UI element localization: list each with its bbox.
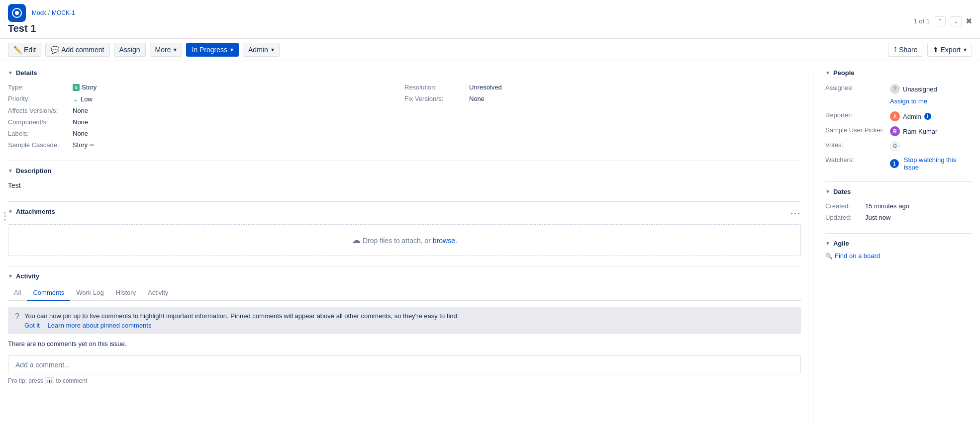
watchers-row: Watchers: 1 Stop watching this issue — [825, 154, 972, 173]
browse-link[interactable]: browse. — [433, 237, 457, 245]
details-section-header[interactable]: ▼ Details — [8, 69, 801, 77]
tab-comments[interactable]: Comments — [27, 285, 70, 301]
reporter-label: Reporter: — [825, 111, 890, 119]
description-section-header[interactable]: ▼ Description — [8, 167, 801, 174]
assign-me-link[interactable]: Assign to me — [890, 97, 972, 105]
in-progress-chevron-icon: ▾ — [230, 46, 233, 53]
priority-icon: ⌄ — [73, 95, 79, 103]
dates-section-header[interactable]: ▼ Dates — [825, 188, 972, 195]
activity-section-label: Activity — [16, 272, 39, 280]
description-chevron-icon: ▼ — [8, 168, 13, 173]
unassigned-icon: ? — [890, 84, 900, 94]
find-board-link[interactable]: 🔍 Find on a board — [825, 252, 972, 259]
priority-row: Priority: ⌄ Low — [8, 93, 404, 105]
export-button[interactable]: ⬆ Export ▾ — [927, 43, 972, 57]
add-comment-placeholder: Add a comment... — [15, 361, 70, 369]
add-comment-label: Add comment — [61, 46, 104, 54]
breadcrumb-issue[interactable]: MOCK-1 — [52, 9, 75, 16]
dates-section: ▼ Dates Created: 15 minutes ago Updated:… — [825, 188, 972, 223]
watchers-badge: 1 — [890, 159, 899, 168]
edit-button[interactable]: ✏️ Edit — [8, 43, 41, 57]
affects-version-label: Affects Version/s: — [8, 107, 73, 114]
people-chevron-icon: ▼ — [825, 70, 830, 76]
type-label: Type: — [8, 84, 73, 91]
share-label: Share — [899, 46, 917, 54]
reporter-info-icon[interactable]: i — [924, 113, 931, 120]
nav-down-button[interactable]: ⌄ — [950, 16, 962, 26]
resize-handle[interactable] — [4, 212, 6, 221]
agile-section-header[interactable]: ▼ Agile — [825, 240, 972, 247]
header-right: 1 of 1 ⌃ ⌄ ✖ — [913, 16, 972, 26]
in-progress-button[interactable]: In Progress ▾ — [186, 43, 239, 57]
tab-history[interactable]: History — [110, 285, 142, 301]
dates-section-label: Dates — [833, 188, 851, 195]
breadcrumb-project[interactable]: Mock — [32, 9, 46, 16]
activity-section-header[interactable]: ▼ Activity — [8, 272, 801, 280]
activity-tabs: All Comments Work Log History Activity — [8, 285, 801, 301]
tab-all[interactable]: All — [8, 285, 27, 301]
expand-button[interactable]: ✖ — [966, 16, 972, 26]
votes-badge: 0 — [890, 141, 900, 151]
pin-notice-links: Got it Learn more about pinned comments — [24, 322, 459, 329]
breadcrumb: Mock / MOCK-1 — [8, 4, 75, 22]
sample-cascade-edit-icon[interactable]: ✏ — [90, 142, 95, 149]
activity-chevron-icon: ▼ — [8, 273, 13, 279]
find-board-label: Find on a board — [835, 252, 880, 259]
stop-watch-link[interactable]: Stop watching this issue — [904, 156, 972, 171]
share-button[interactable]: ⤴ Share — [888, 43, 923, 57]
tab-activity[interactable]: Activity — [142, 285, 174, 301]
assign-button[interactable]: Assign — [114, 43, 146, 57]
header: Mock / MOCK-1 Test 1 1 of 1 ⌃ ⌄ ✖ — [0, 0, 980, 39]
affects-version-value: None — [73, 107, 88, 114]
description-section-label: Description — [16, 167, 52, 174]
details-left: Type: S Story Priority: ⌄ Low — [8, 82, 404, 151]
description-text: Test — [8, 179, 801, 191]
fix-version-label: Fix Version/s: — [404, 95, 469, 102]
labels-row: Labels: None — [8, 128, 404, 139]
in-progress-label: In Progress — [192, 46, 227, 54]
description-section: ▼ Description Test — [8, 167, 801, 191]
assignee-label: Assignee: — [825, 84, 890, 91]
tab-worklog[interactable]: Work Log — [70, 285, 109, 301]
reporter-value: A Admin i — [890, 111, 931, 121]
attachments-section-header[interactable]: ▼ Attachments — [8, 208, 55, 215]
reporter-row: Reporter: A Admin i — [825, 109, 972, 124]
components-value: None — [73, 118, 88, 126]
attachments-section: ▼ Attachments ··· ☁ Drop files to attach… — [8, 208, 801, 256]
toolbar: ✏️ Edit 💬 Add comment Assign More ▾ In P… — [0, 39, 980, 61]
divider-5 — [825, 233, 972, 234]
pro-tip-end: to comment — [56, 377, 88, 384]
drop-zone[interactable]: ☁ Drop files to attach, or browse. — [8, 224, 801, 256]
header-left: Mock / MOCK-1 Test 1 — [8, 4, 75, 38]
labels-label: Labels: — [8, 130, 73, 137]
got-it-link[interactable]: Got it — [24, 322, 40, 329]
resize-dot-1 — [4, 212, 6, 214]
agile-section: ▼ Agile 🔍 Find on a board — [825, 240, 972, 259]
created-value: 15 minutes ago — [865, 202, 909, 210]
admin-chevron-icon: ▾ — [271, 46, 274, 53]
learn-more-link[interactable]: Learn more about pinned comments — [48, 322, 152, 329]
issue-title: Test 1 — [8, 23, 75, 34]
fix-version-row: Fix Version/s: None — [404, 93, 801, 104]
people-section-header[interactable]: ▼ People — [825, 69, 972, 77]
assignee-value: ? Unassigned — [890, 84, 937, 94]
priority-value: ⌄ Low — [73, 95, 93, 103]
more-button[interactable]: More ▾ — [150, 43, 183, 57]
admin-button[interactable]: Admin ▾ — [243, 43, 280, 57]
details-chevron-icon: ▼ — [8, 70, 13, 76]
priority-label: Priority: — [8, 95, 73, 102]
watchers-label: Watchers: — [825, 156, 890, 164]
nav-up-button[interactable]: ⌃ — [934, 16, 946, 26]
attachments-more-button[interactable]: ··· — [790, 209, 801, 219]
type-value-text: Story — [82, 84, 97, 91]
divider-4 — [825, 181, 972, 182]
agile-section-label: Agile — [833, 240, 849, 247]
details-section: ▼ Details Type: S Story Priority: — [8, 69, 801, 151]
main-content: ▼ Details Type: S Story Priority: — [0, 61, 980, 432]
right-panel: ▼ People Assignee: ? Unassigned Assign t… — [813, 69, 972, 426]
labels-value: None — [73, 130, 88, 137]
divider-2 — [8, 201, 801, 202]
resize-dot-2 — [4, 215, 6, 217]
add-comment-box[interactable]: Add a comment... — [8, 355, 801, 374]
add-comment-button[interactable]: 💬 Add comment — [45, 43, 109, 57]
